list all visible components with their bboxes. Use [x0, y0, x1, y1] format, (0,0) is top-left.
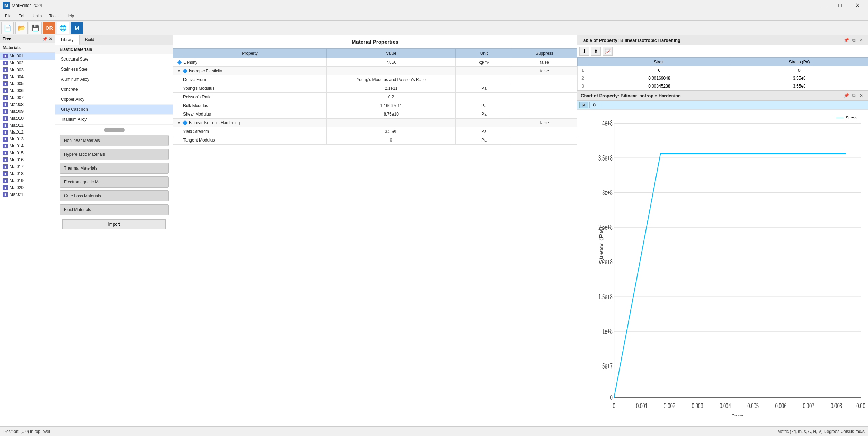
tree-title: Tree: [3, 37, 11, 42]
table-panel: Table of Property: Bilinear Isotropic Ha…: [577, 35, 868, 91]
category-electromagnetic[interactable]: Electromagnetic Mat...: [60, 176, 169, 188]
table-export-btn[interactable]: ⬆: [591, 47, 601, 56]
tab-build[interactable]: Build: [80, 35, 100, 45]
status-position: Position: (0,0) in top level: [3, 429, 50, 434]
library-item-stainless-steel[interactable]: Stainless Steel: [55, 64, 173, 74]
m-button[interactable]: M: [71, 22, 83, 34]
svg-text:0.00: 0.00: [856, 402, 865, 410]
tree-item-mat017[interactable]: ▮ Mat017: [0, 163, 55, 170]
col-stress: Stress (Pa): [731, 58, 868, 66]
category-hyperelastic[interactable]: Hyperelastic Materials: [60, 149, 169, 160]
category-thermal[interactable]: Thermal Materials: [60, 163, 169, 174]
menu-file[interactable]: File: [1, 12, 15, 20]
chart-close-icon[interactable]: ✕: [858, 92, 865, 99]
tree-item-mat009[interactable]: ▮ Mat009: [0, 108, 55, 115]
tree-item-mat004[interactable]: ▮ Mat004: [0, 73, 55, 80]
globe-button[interactable]: 🌐: [57, 22, 69, 34]
category-fluid[interactable]: Fluid Materials: [60, 204, 169, 215]
tree-item-mat003[interactable]: ▮ Mat003: [0, 66, 55, 73]
table-row: 1 0 0: [578, 66, 868, 74]
mat-icon: ▮: [3, 116, 8, 121]
minimize-button[interactable]: —: [815, 0, 831, 11]
save-button[interactable]: 💾: [29, 22, 42, 34]
tree-item-mat014[interactable]: ▮ Mat014: [0, 143, 55, 149]
table-toolbar: ⬇ ⬆ 📈: [577, 45, 868, 57]
svg-text:0.005: 0.005: [747, 402, 759, 410]
mat-icon: ▮: [3, 151, 8, 155]
table-row: 2 0.00169048 3.55e8: [578, 74, 868, 82]
chart-panel-title: Chart of Property: Bilinear Isotropic Ha…: [581, 93, 681, 98]
tree-item-mat002[interactable]: ▮ Mat002: [0, 60, 55, 66]
tree-item-mat019[interactable]: ▮ Mat019: [0, 177, 55, 184]
main-layout: Tree 📌 ✕ Materials ▮ Mat001 ▮ Mat002 ▮ M…: [0, 35, 868, 426]
svg-text:0.001: 0.001: [636, 402, 648, 410]
import-button[interactable]: Import: [62, 219, 166, 229]
table-row: 🔷Density 7,850 kg/m³ false: [173, 58, 577, 67]
library-item-aluminum-alloy[interactable]: Aluminum Alloy: [55, 74, 173, 84]
tree-item-mat016[interactable]: ▮ Mat016: [0, 156, 55, 163]
menu-help[interactable]: Help: [62, 12, 78, 20]
chart-svg: 4e+8 3.5e+8 3e+8 2.5e+8 2e+8 1.5e+8 1e+8…: [598, 113, 865, 416]
tree-item-mat012[interactable]: ▮ Mat012: [0, 129, 55, 136]
tree-item-mat001[interactable]: ▮ Mat001: [0, 53, 55, 60]
tree-item-mat011[interactable]: ▮ Mat011: [0, 122, 55, 129]
chart-float-icon[interactable]: ⧉: [851, 92, 857, 99]
library-item-structural-steel[interactable]: Structural Steel: [55, 54, 173, 64]
tree-item-mat018[interactable]: ▮ Mat018: [0, 170, 55, 177]
library-item-gray-cast-iron[interactable]: Gray Cast Iron: [55, 105, 173, 115]
col-value: Value: [327, 49, 456, 58]
tree-item-mat005[interactable]: ▮ Mat005: [0, 80, 55, 87]
chart-pin-icon[interactable]: 📌: [843, 92, 849, 99]
table-pin-icon[interactable]: 📌: [843, 37, 849, 43]
mat-icon: ▮: [3, 102, 8, 107]
mat-icon: ▮: [3, 137, 8, 142]
tree-item-mat021[interactable]: ▮ Mat021: [0, 191, 55, 198]
mat-icon: ▮: [3, 81, 8, 86]
chart-settings-button[interactable]: ⚙: [589, 102, 599, 108]
category-nonlinear[interactable]: Nonlinear Materials: [60, 135, 169, 146]
tree-close-icon[interactable]: ✕: [49, 37, 52, 42]
tree-list: ▮ Mat001 ▮ Mat002 ▮ Mat003 ▮ Mat004 ▮ Ma…: [0, 53, 55, 426]
svg-text:2e+8: 2e+8: [602, 258, 613, 266]
menu-tools[interactable]: Tools: [45, 12, 62, 20]
table-chart-btn[interactable]: 📈: [603, 47, 613, 56]
mat-icon: ▮: [3, 171, 8, 176]
close-button[interactable]: ✕: [849, 0, 865, 11]
chart-p-button[interactable]: P: [579, 102, 588, 108]
table-float-icon[interactable]: ⧉: [851, 37, 857, 43]
mat-icon: ▮: [3, 54, 8, 58]
menubar: File Edit Units Tools Help: [0, 11, 868, 21]
mat-icon: ▮: [3, 95, 8, 100]
svg-text:Strain: Strain: [731, 412, 743, 416]
table-row: Bulk Modulus 1.16667e11 Pa: [173, 101, 577, 110]
tab-library[interactable]: Library: [55, 35, 80, 45]
tree-item-mat007[interactable]: ▮ Mat007: [0, 94, 55, 101]
tree-item-mat006[interactable]: ▮ Mat006: [0, 87, 55, 94]
mat-icon: ▮: [3, 178, 8, 183]
tree-pin-icon[interactable]: 📌: [42, 37, 47, 42]
table-import-btn[interactable]: ⬇: [579, 47, 589, 56]
library-item-copper-alloy[interactable]: Copper Alloy: [55, 94, 173, 105]
open-button[interactable]: 📂: [15, 22, 28, 34]
table-row: ▼🔷Bilinear Isotropic Hardening false: [173, 119, 577, 127]
tree-item-mat020[interactable]: ▮ Mat020: [0, 184, 55, 191]
menu-units[interactable]: Units: [29, 12, 45, 20]
mat-icon: ▮: [3, 123, 8, 128]
library-item-concrete[interactable]: Concrete: [55, 84, 173, 94]
tree-item-mat008[interactable]: ▮ Mat008: [0, 101, 55, 108]
category-core-loss[interactable]: Core Loss Materials: [60, 190, 169, 201]
maximize-button[interactable]: □: [832, 0, 848, 11]
svg-text:0.006: 0.006: [775, 402, 786, 410]
properties-table: Property Value Unit Suppress 🔷Density 7,…: [173, 48, 577, 145]
new-button[interactable]: 📄: [1, 22, 14, 34]
library-scrollbar[interactable]: [104, 128, 125, 132]
tree-item-mat015[interactable]: ▮ Mat015: [0, 149, 55, 156]
table-close-icon[interactable]: ✕: [858, 37, 865, 43]
menu-edit[interactable]: Edit: [15, 12, 29, 20]
col-suppress: Suppress: [512, 49, 577, 58]
tree-item-mat013[interactable]: ▮ Mat013: [0, 136, 55, 143]
or-button[interactable]: OR: [43, 22, 55, 34]
library-item-titanium-alloy[interactable]: Titanium Alloy: [55, 115, 173, 125]
tree-item-mat010[interactable]: ▮ Mat010: [0, 115, 55, 122]
mat-icon: ▮: [3, 130, 8, 135]
